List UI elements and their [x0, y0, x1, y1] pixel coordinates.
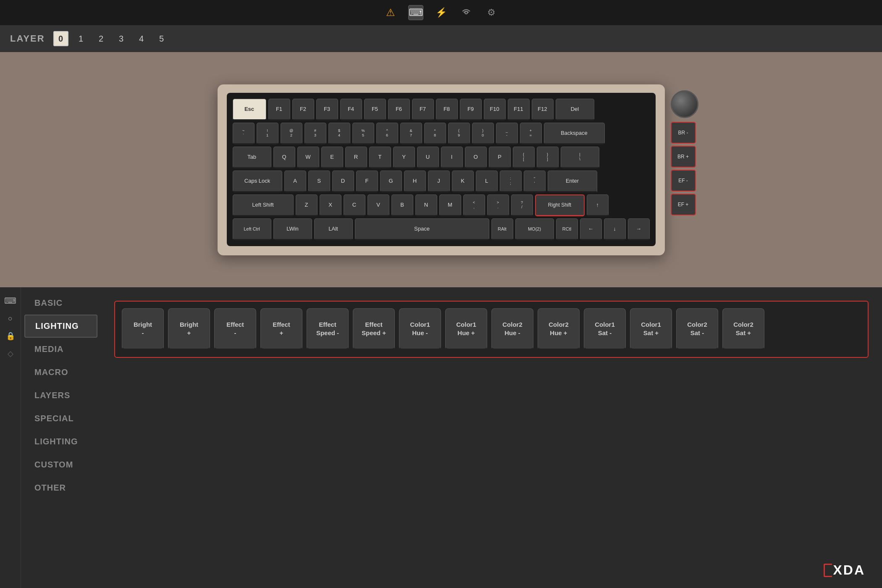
key-5[interactable]: %5 — [352, 123, 374, 144]
key-backslash[interactable]: |\ — [561, 147, 599, 168]
lighting-key-3[interactable]: Effect+ — [260, 308, 302, 350]
key-n[interactable]: N — [415, 194, 437, 216]
key-rbracket[interactable]: }] — [537, 147, 559, 168]
key-enter[interactable]: Enter — [548, 171, 597, 192]
key-y[interactable]: Y — [393, 147, 415, 168]
sidebar-icon-circle[interactable]: ○ — [8, 314, 13, 323]
key-minus[interactable]: _- — [496, 123, 518, 144]
sidebar-item-lighting2[interactable]: LIGHTING — [21, 430, 101, 453]
layer-5[interactable]: 5 — [154, 31, 169, 46]
sidebar-item-special[interactable]: SPECIAL — [21, 407, 101, 430]
key-f9[interactable]: F9 — [460, 99, 482, 121]
sidebar-icon-keyboard[interactable]: ⌨ — [4, 296, 16, 306]
key-br-minus[interactable]: BR - — [671, 122, 696, 144]
key-f4[interactable]: F4 — [340, 99, 362, 121]
key-comma[interactable]: <, — [463, 194, 485, 216]
key-f3[interactable]: F3 — [316, 99, 338, 121]
lighting-key-2[interactable]: Effect- — [214, 308, 256, 350]
key-f5[interactable]: F5 — [364, 99, 386, 121]
key-2[interactable]: @2 — [281, 123, 302, 144]
lighting-key-0[interactable]: Bright- — [122, 308, 164, 350]
lighting-key-9[interactable]: Color2Hue + — [538, 308, 580, 350]
key-semicolon[interactable]: :; — [500, 171, 522, 192]
key-c[interactable]: C — [344, 194, 365, 216]
usb-icon[interactable]: ⚡ — [433, 5, 449, 20]
key-equals[interactable]: += — [520, 123, 542, 144]
key-3[interactable]: #3 — [304, 123, 326, 144]
key-left-shift[interactable]: Left Shift — [233, 194, 294, 216]
key-8[interactable]: *8 — [424, 123, 446, 144]
key-capslock[interactable]: Caps Lock — [233, 171, 282, 192]
key-period[interactable]: >. — [487, 194, 509, 216]
keyboard-icon[interactable]: ⌨ — [408, 5, 423, 20]
key-q[interactable]: Q — [273, 147, 295, 168]
lighting-key-1[interactable]: Bright+ — [168, 308, 210, 350]
key-4[interactable]: $4 — [328, 123, 350, 144]
settings-icon[interactable]: ⚙ — [484, 5, 499, 20]
layer-2[interactable]: 2 — [94, 31, 109, 46]
key-g[interactable]: G — [380, 171, 402, 192]
key-b[interactable]: B — [391, 194, 413, 216]
key-right[interactable]: → — [628, 218, 650, 240]
key-o[interactable]: O — [465, 147, 487, 168]
sidebar-item-media[interactable]: MEDIA — [21, 338, 101, 361]
lighting-key-7[interactable]: Color1Hue + — [445, 308, 487, 350]
sidebar-icon-lock[interactable]: 🔒 — [6, 331, 15, 341]
warning-icon[interactable]: ⚠ — [383, 5, 398, 20]
key-ef-plus[interactable]: EF + — [671, 194, 696, 215]
key-slash[interactable]: ?/ — [511, 194, 533, 216]
key-v[interactable]: V — [368, 194, 389, 216]
key-u[interactable]: U — [417, 147, 439, 168]
key-7[interactable]: &7 — [400, 123, 422, 144]
key-0[interactable]: )0 — [472, 123, 494, 144]
lighting-key-11[interactable]: Color1Sat + — [630, 308, 672, 350]
lighting-key-12[interactable]: Color2Sat - — [676, 308, 718, 350]
wifi-icon[interactable] — [459, 5, 474, 20]
lighting-key-8[interactable]: Color2Hue - — [491, 308, 533, 350]
key-left[interactable]: ← — [580, 218, 602, 240]
key-space[interactable]: Space — [355, 218, 489, 240]
layer-3[interactable]: 3 — [114, 31, 129, 46]
sidebar-item-basic[interactable]: BASIC — [21, 291, 101, 315]
sidebar-icon-diamond[interactable]: ◇ — [8, 349, 13, 358]
key-up[interactable]: ↑ — [587, 194, 609, 216]
key-k[interactable]: K — [452, 171, 474, 192]
key-s[interactable]: S — [308, 171, 330, 192]
key-backspace[interactable]: Backspace — [544, 123, 605, 144]
sidebar-item-other[interactable]: OTHER — [21, 476, 101, 499]
sidebar-item-layers[interactable]: LAYERS — [21, 384, 101, 407]
key-9[interactable]: (9 — [448, 123, 470, 144]
key-lwin[interactable]: LWin — [273, 218, 312, 240]
key-f7[interactable]: F7 — [412, 99, 434, 121]
key-w[interactable]: W — [297, 147, 319, 168]
key-right-shift[interactable]: Right Shift — [535, 194, 585, 216]
lighting-key-4[interactable]: EffectSpeed - — [307, 308, 349, 350]
key-lbracket[interactable]: {[ — [513, 147, 535, 168]
key-e[interactable]: E — [321, 147, 343, 168]
key-ralt[interactable]: RAlt — [491, 218, 513, 240]
lighting-key-6[interactable]: Color1Hue - — [399, 308, 441, 350]
key-f12[interactable]: F12 — [532, 99, 554, 121]
key-f11[interactable]: F11 — [508, 99, 530, 121]
sidebar-item-custom[interactable]: CUSTOM — [21, 453, 101, 476]
key-6[interactable]: ^6 — [376, 123, 398, 144]
layer-0[interactable]: 0 — [53, 31, 68, 46]
key-f6[interactable]: F6 — [388, 99, 410, 121]
key-ef-minus[interactable]: EF - — [671, 170, 696, 192]
sidebar-item-lighting-active[interactable]: LIGHTING — [24, 315, 97, 338]
key-rctl[interactable]: RCtl — [556, 218, 578, 240]
key-f[interactable]: F — [356, 171, 378, 192]
key-down[interactable]: ↓ — [604, 218, 626, 240]
key-z[interactable]: Z — [296, 194, 318, 216]
key-f10[interactable]: F10 — [484, 99, 506, 121]
key-d[interactable]: D — [332, 171, 354, 192]
key-f1[interactable]: F1 — [268, 99, 290, 121]
key-br-plus[interactable]: BR + — [671, 146, 696, 168]
knob[interactable] — [671, 90, 698, 118]
key-1[interactable]: !1 — [257, 123, 278, 144]
lighting-key-5[interactable]: EffectSpeed + — [353, 308, 395, 350]
key-tilde[interactable]: ~` — [233, 123, 255, 144]
key-t[interactable]: T — [369, 147, 391, 168]
key-l[interactable]: L — [476, 171, 498, 192]
key-p[interactable]: P — [489, 147, 511, 168]
